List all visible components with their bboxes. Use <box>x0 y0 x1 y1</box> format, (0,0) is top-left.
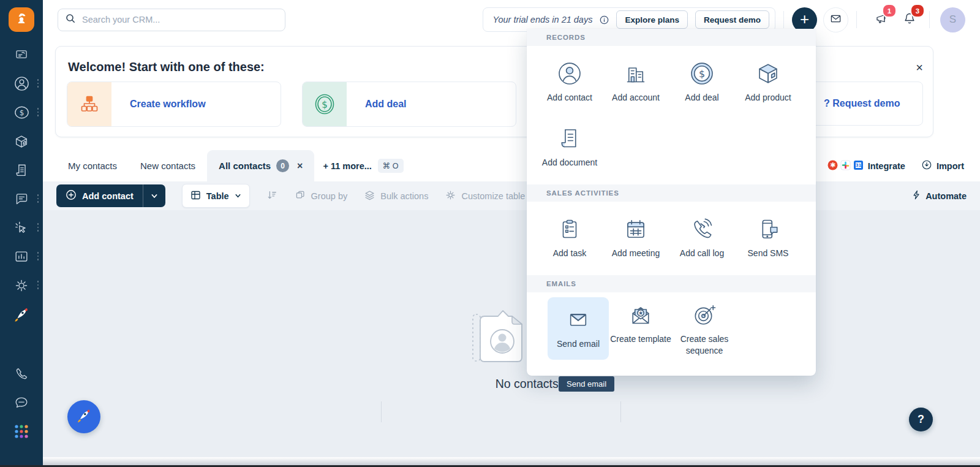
explore-plans-button[interactable]: Explore plans <box>616 10 688 29</box>
divider <box>783 11 784 28</box>
menu-item-send-email[interactable]: Send email <box>548 297 609 360</box>
menu-item-add-product[interactable]: Add product <box>735 58 801 104</box>
start-card-label: Add deal <box>347 82 516 126</box>
welcome-title: Welcome! Start with one of these: <box>68 60 265 74</box>
svg-text:$: $ <box>19 108 24 117</box>
m-task-icon <box>557 214 582 242</box>
app-logo[interactable] <box>9 7 34 32</box>
start-card-create-workflow[interactable]: Create workflow <box>67 82 281 127</box>
sidebar-item-products[interactable] <box>0 128 43 157</box>
menu-item-label: Create template <box>610 333 671 345</box>
tabs-right-actions: ✱ 31 Integrate Import <box>827 150 980 181</box>
menu-item-add-task[interactable]: Add task <box>537 214 603 259</box>
overflow-dots-icon[interactable] <box>37 223 39 232</box>
contacts-icon <box>13 75 30 94</box>
menu-item-label: Add contact <box>547 92 592 104</box>
topbar: Your trial ends in 21 days Explore plans… <box>43 0 980 39</box>
menu-item-add-document[interactable]: Add document <box>537 123 603 169</box>
menu-items-row: Send email★Create templateCreate sales s… <box>527 292 816 360</box>
menu-item-add-deal[interactable]: $Add deal <box>669 58 735 104</box>
sidebar-item-support-chat[interactable] <box>0 389 43 418</box>
request-demo-button[interactable]: Request demo <box>695 10 769 29</box>
start-card-label: Create workflow <box>111 82 281 126</box>
m-document-icon <box>557 123 582 151</box>
close-icon[interactable]: × <box>916 61 923 74</box>
chevron-down-icon <box>235 191 241 201</box>
add-contact-split-button[interactable]: Add contact <box>56 184 165 207</box>
sidebar-item-documents[interactable] <box>0 157 43 186</box>
menu-item-add-call-log[interactable]: Add call log <box>669 214 735 259</box>
chevron-down-icon[interactable] <box>143 184 165 207</box>
trial-banner: Your trial ends in 21 days Explore plans… <box>483 7 775 32</box>
tab-my-contacts[interactable]: My contacts <box>56 150 129 181</box>
svg-text:$: $ <box>699 68 705 80</box>
sidebar-item-contacts[interactable] <box>0 70 43 99</box>
avatar[interactable]: S <box>940 7 965 32</box>
documents-icon <box>13 162 29 181</box>
announcements-badge: 1 <box>882 4 897 18</box>
whats-new-button[interactable]: 1 <box>870 8 893 31</box>
overflow-dots-icon[interactable] <box>37 281 39 289</box>
tool-label: Group by <box>311 191 348 201</box>
email-inbox-button[interactable] <box>823 7 848 32</box>
customize-table-icon <box>445 189 456 203</box>
tab-new-contacts[interactable]: New contacts <box>129 150 207 181</box>
menu-item-add-meeting[interactable]: Add meeting <box>603 214 669 259</box>
overflow-dots-icon[interactable] <box>37 79 39 88</box>
help-button[interactable]: ? <box>909 408 933 431</box>
menu-item-label: Add call log <box>680 248 724 259</box>
tool-bulk-actions: Bulk actions <box>364 189 428 203</box>
tab-all-contacts-active[interactable]: All contacts0× <box>207 150 314 181</box>
bottom-scroll-strip[interactable] <box>43 457 980 465</box>
sidebar-item-phone[interactable] <box>0 360 43 389</box>
launchpad-fab[interactable] <box>67 400 100 433</box>
sidebar-item-conversations[interactable] <box>0 186 43 215</box>
overflow-dots-icon[interactable] <box>37 252 39 260</box>
sidebar-item-dashboard[interactable] <box>0 42 43 70</box>
menu-item-label: Send SMS <box>748 248 789 259</box>
menu-item-add-contact[interactable]: Add contact <box>537 58 603 104</box>
svg-text:31: 31 <box>855 163 861 168</box>
sidebar-item-launch[interactable] <box>0 301 43 330</box>
menu-item-label: Send email <box>557 338 600 350</box>
notifications-button[interactable]: 3 <box>898 8 921 31</box>
svg-text:★: ★ <box>638 309 644 316</box>
start-card-add-deal[interactable]: $Add deal <box>302 82 516 127</box>
sidebar-item-apps[interactable] <box>0 418 43 447</box>
menu-item-send-sms[interactable]: Send SMS <box>735 214 801 259</box>
automate-button[interactable]: Automate <box>912 190 967 202</box>
menu-item-label: Add account <box>612 92 660 104</box>
divider <box>856 11 857 28</box>
overflow-dots-icon[interactable] <box>37 108 39 116</box>
logo-icon <box>14 11 29 28</box>
m-account-icon <box>623 58 649 86</box>
sidebar-item-automations[interactable] <box>0 215 43 243</box>
overflow-dots-icon[interactable] <box>37 194 39 203</box>
m-meeting-icon <box>623 214 649 242</box>
menu-items-row: Add contactAdd account$Add dealAdd produ… <box>527 46 816 184</box>
search-box[interactable] <box>58 9 285 31</box>
view-selector[interactable]: Table <box>182 184 250 208</box>
menu-section-records: RECORDS <box>527 29 816 46</box>
sidebar-item-analytics[interactable] <box>0 243 43 272</box>
sidebar-item-deals[interactable]: $ <box>0 99 43 128</box>
info-icon[interactable] <box>600 15 609 25</box>
menu-item-create-sales-sequence[interactable]: Create sales sequence <box>673 300 736 357</box>
menu-item-create-template[interactable]: ★Create template <box>609 300 673 345</box>
menu-item-label: Add meeting <box>612 248 660 259</box>
import-button[interactable]: Import <box>921 159 964 172</box>
menu-section-emails: EMAILS <box>527 275 816 292</box>
deals-icon: $ <box>13 104 30 123</box>
more-tabs-button[interactable]: + 11 more...⌘ O <box>314 150 412 181</box>
menu-item-add-account[interactable]: Add account <box>603 58 669 104</box>
menu-item-label: Add deal <box>685 92 718 104</box>
integrate-button[interactable]: ✱ 31 Integrate <box>827 160 905 172</box>
close-tab-icon[interactable]: × <box>297 161 303 172</box>
search-input[interactable] <box>81 14 277 25</box>
sidebar-item-settings[interactable] <box>0 272 43 301</box>
tool-sort <box>266 189 278 203</box>
apps-icon <box>13 423 29 442</box>
google-calendar-icon: 31 <box>853 160 864 172</box>
view-tabs: My contactsNew contactsAll contacts0×+ 1… <box>43 150 980 181</box>
m-call-icon <box>689 214 715 242</box>
